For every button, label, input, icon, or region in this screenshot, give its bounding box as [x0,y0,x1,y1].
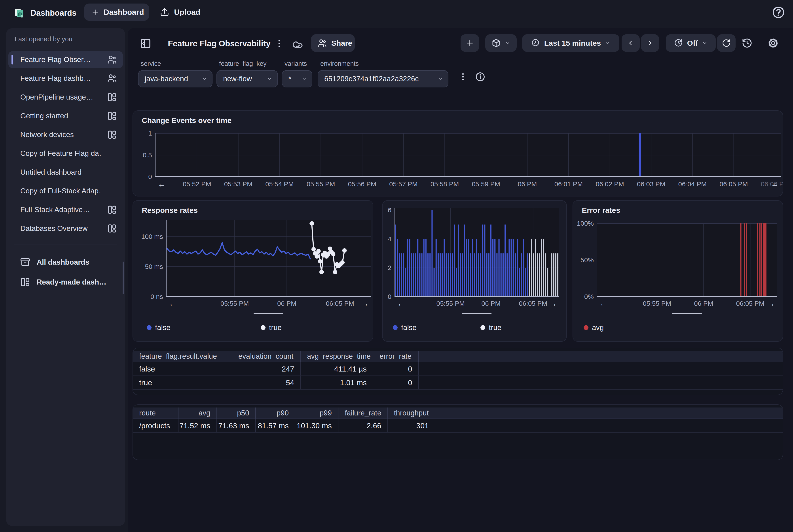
chart-hscrollbar[interactable] [462,313,492,314]
history-icon[interactable] [740,36,754,50]
legend-item[interactable]: true [480,323,501,332]
table-filler [419,362,782,376]
legend-item[interactable]: false [393,323,417,332]
dashboard-grid-icon [107,92,117,102]
legend-item[interactable]: true [261,323,282,332]
filters-menu-icon[interactable] [458,72,468,82]
shared-users-icon [107,55,117,65]
time-range-label: Last 15 minutes [544,39,601,48]
add-panel-button[interactable] [461,34,479,52]
brand-label: Dashboards [31,8,76,18]
sidebar-item[interactable]: Full-Stack Adaptive… [8,201,123,218]
table-cell: true [133,376,232,389]
chevron-down-icon [702,40,708,46]
x-tick-label: 06 PM [679,300,728,307]
legend-dot [480,325,485,330]
archive-icon [20,257,31,268]
filter-select-environments[interactable]: 651209c374a1f02aa2a3226c [318,70,448,88]
pan-right-icon[interactable]: → [767,299,775,308]
refresh-button[interactable] [717,34,736,52]
legend-item[interactable]: avg [584,323,604,332]
sidebar-scrollbar[interactable] [123,262,124,294]
sidebar-item[interactable]: Network devices [8,126,123,143]
sidebar-item[interactable]: Feature Flag Obser… [8,51,123,68]
pan-right-icon[interactable]: → [771,179,779,189]
table-cell: 101.30 ms [295,419,338,432]
sidebar-item[interactable]: Feature Flag dashb… [8,70,123,87]
sidebar-item[interactable]: Copy of Feature Flag da… [8,145,123,162]
upload-icon [160,7,169,17]
column-header: failure_rate [338,407,388,419]
dashboards-home-link[interactable]: Dashboards [14,7,76,19]
sidebar-item[interactable]: Untitled dashboard [8,164,123,180]
y-tick-label: 1 [132,130,152,137]
table-row[interactable]: false247411.41 µs0 [133,362,782,376]
dashboard-menu-icon[interactable] [274,39,284,48]
dashboard-grid-icon [107,130,117,140]
y-tick-label: 100 ms [132,233,163,241]
x-tick-label: 05:55 PM [633,300,681,307]
upload-button[interactable]: Upload [154,3,206,21]
y-tick-label: 0 ns [132,293,163,300]
table-cell: 301 [388,419,436,432]
time-range-button[interactable]: Last 15 minutes [522,34,620,52]
panel-error-rates: Error rates 100%50%0%05:55 PM06 PM06:05 … [573,200,783,342]
time-back-button[interactable] [622,34,640,52]
table-row[interactable]: /products71.52 ms71.63 ms81.57 ms101.30 … [133,419,782,433]
dashboard-grid-icon [107,205,117,215]
pan-right-icon[interactable]: → [361,299,369,308]
dashboard-grid-icon [107,223,117,233]
pan-left-icon[interactable]: ← [158,179,166,189]
cube-icon [491,38,501,48]
share-users-icon [318,38,327,48]
chevron-down-icon [301,76,307,82]
panel-response-rates: Response rates 100 ms50 ms0 ns05:55 PM06… [132,200,373,342]
sidebar-item[interactable]: Getting started [8,108,123,124]
main-panel: Feature Flag Observability Share Last 15… [128,28,793,532]
table-row[interactable]: true541.01 ms0 [133,376,782,390]
table-routes: routeavgp50p90p99failure_ratethroughput/… [132,404,783,460]
chart-plot[interactable] [394,208,559,297]
sidebar: Last opened by you Feature Flag Obser…Fe… [6,28,125,526]
panel-change-events: Change Events over time 10.5005:52 PM05:… [132,110,783,196]
sidebar-item[interactable]: Copy of Full-Stack Adap… [8,183,123,200]
filter-select-service[interactable]: java-backend [138,70,213,88]
selected-indicator [12,55,13,64]
collapse-sidebar-icon[interactable] [140,38,151,49]
sidebar-footer-item[interactable]: Ready-made dash… [8,274,123,290]
settings-gear-icon[interactable] [766,36,780,50]
table-cell: 247 [232,362,301,376]
chart-hscrollbar[interactable] [254,313,283,314]
chart-plot[interactable] [155,133,781,177]
dashboard-grid-icon [107,111,117,121]
table-feature-flag-results: feature_flag.result.valueevaluation_coun… [132,348,783,395]
time-forward-button[interactable] [641,34,659,52]
auto-refresh-button[interactable]: Off [666,34,716,52]
sidebar-footer-item[interactable]: All dashboards [8,254,123,271]
pan-right-icon[interactable]: → [549,299,557,308]
help-icon[interactable] [772,6,785,19]
share-button[interactable]: Share [311,34,355,52]
chevron-down-icon [504,40,511,46]
pan-left-icon[interactable]: ← [169,299,177,308]
y-tick-label: 0 [382,293,391,300]
resource-scope-button[interactable] [485,34,517,52]
panel-title: Error rates [582,206,620,214]
info-icon[interactable] [475,72,485,82]
topbar: Dashboards Dashboard Upload [0,0,793,28]
y-tick-label: 0.5 [132,151,152,159]
table-filler [419,376,782,389]
chart-plot[interactable] [597,223,777,297]
sidebar-item[interactable]: Databases Overview [8,220,123,237]
sidebar-item[interactable]: OpenPipeline usage… [8,89,123,106]
x-tick-label: 06 PM [262,300,311,307]
filter-select-feature_flag_key[interactable]: new-flow [217,70,278,88]
legend-item[interactable]: false [147,323,170,332]
column-header: route [133,407,179,419]
filter-select-variants[interactable]: * [282,70,312,88]
pan-left-icon[interactable]: ← [397,299,405,308]
chart-hscrollbar[interactable] [672,313,702,314]
pan-left-icon[interactable]: ← [600,299,607,308]
new-dashboard-button[interactable]: Dashboard [84,3,149,21]
chart-plot[interactable] [166,220,371,297]
